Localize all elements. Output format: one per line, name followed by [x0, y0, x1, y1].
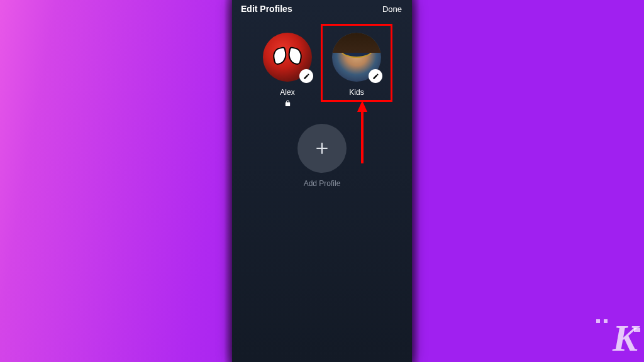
profiles-grid: Alex Kids — [232, 33, 412, 107]
lock-icon — [284, 99, 291, 107]
profile-item-kids[interactable]: Kids — [332, 33, 381, 107]
profile-name: Alex — [280, 88, 294, 97]
add-profile-label: Add Profile — [304, 179, 341, 188]
watermark-decoration — [596, 319, 608, 323]
add-profile-section: Add Profile — [232, 124, 412, 188]
profile-item-alex[interactable]: Alex — [263, 33, 312, 107]
pencil-icon — [303, 73, 310, 80]
page-title: Edit Profiles — [241, 4, 292, 14]
profile-name: Kids — [349, 88, 364, 97]
avatar-wrap — [332, 33, 381, 82]
header: Edit Profiles Done — [232, 0, 412, 14]
edit-profile-button[interactable] — [369, 69, 382, 83]
add-profile-button[interactable] — [297, 124, 347, 173]
screen-shadow — [412, 0, 420, 362]
edit-profile-button[interactable] — [299, 69, 313, 83]
pencil-icon — [372, 73, 379, 80]
plus-icon — [314, 140, 330, 156]
avatar-wrap — [263, 33, 312, 82]
done-button[interactable]: Done — [382, 4, 402, 14]
phone-screen: Edit Profiles Done Alex — [232, 0, 412, 362]
screen-shadow — [224, 0, 232, 362]
watermark-logo: K — [613, 319, 636, 357]
